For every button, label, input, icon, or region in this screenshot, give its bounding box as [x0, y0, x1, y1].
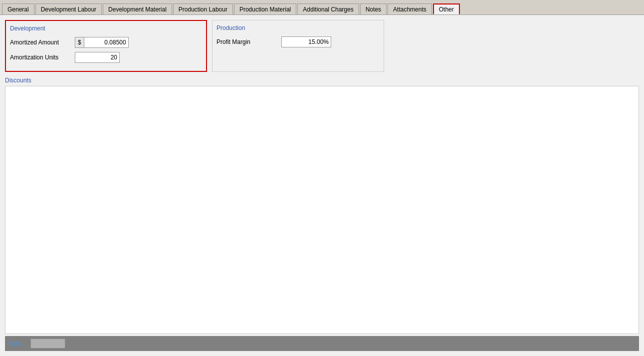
development-panel: Development Amortized Amount $ Amortizat… [5, 20, 207, 72]
production-title: Production [216, 24, 380, 31]
discounts-grid [5, 86, 639, 334]
amortized-amount-label: Amortized Amount [10, 39, 75, 46]
panels-row: Development Amortized Amount $ Amortizat… [5, 20, 639, 72]
tab-production-material[interactable]: Production Material [234, 3, 296, 14]
production-panel: Production Profit Margin [212, 20, 384, 72]
tab-development-labour[interactable]: Development Labour [35, 3, 102, 14]
footer-button[interactable] [30, 339, 65, 349]
discounts-section: Discounts Add ... [5, 77, 639, 351]
profit-margin-label: Profit Margin [216, 38, 281, 45]
profit-margin-input-wrapper [281, 36, 331, 47]
tab-additional-charges[interactable]: Additional Charges [297, 3, 359, 14]
profit-margin-input[interactable] [281, 36, 331, 47]
development-title: Development [10, 25, 202, 32]
amortization-units-row: Amortization Units [10, 52, 202, 63]
tab-development-material[interactable]: Development Material [103, 3, 172, 14]
amortized-amount-input[interactable] [84, 37, 129, 48]
amortization-units-input[interactable] [75, 52, 120, 63]
tab-other[interactable]: Other [433, 3, 460, 14]
amortized-amount-row: Amortized Amount $ [10, 37, 202, 48]
profit-margin-row: Profit Margin [216, 36, 380, 47]
amortization-units-input-wrapper [75, 52, 120, 63]
add-link[interactable]: Add ... [9, 340, 26, 347]
footer-bar: Add ... [5, 336, 639, 351]
amortization-units-label: Amortization Units [10, 54, 75, 61]
tab-bar: General Development Labour Development M… [0, 0, 644, 15]
tab-production-labour[interactable]: Production Labour [173, 3, 233, 14]
currency-symbol: $ [75, 37, 84, 48]
tab-general[interactable]: General [2, 3, 34, 14]
tab-notes[interactable]: Notes [360, 3, 387, 14]
amortized-amount-input-wrapper: $ [75, 37, 129, 48]
tab-attachments[interactable]: Attachments [388, 3, 432, 14]
discounts-label: Discounts [5, 77, 639, 84]
content-area: Development Amortized Amount $ Amortizat… [0, 15, 644, 356]
